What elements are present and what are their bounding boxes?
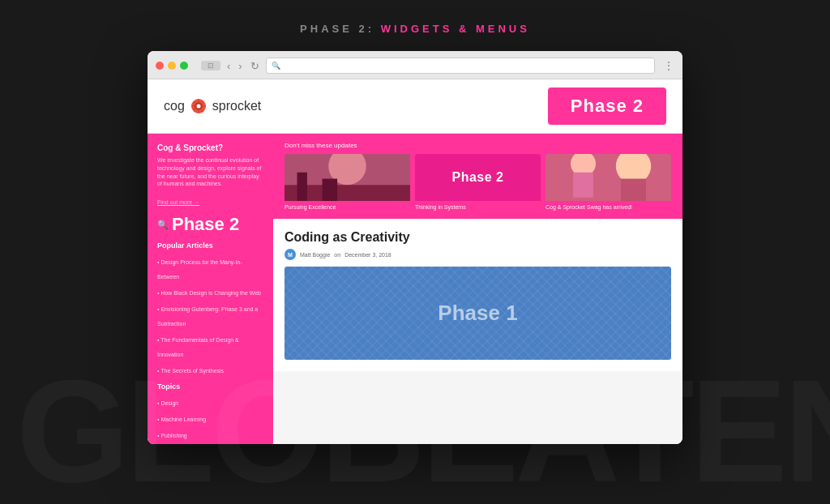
article-link-3[interactable]: Envisioning Gutenberg: Phase 3 and a Sub… [157, 306, 258, 327]
sidebar-find-more-link[interactable]: Find out more → [157, 199, 199, 205]
list-item: Gutenberg [157, 442, 263, 444]
list-item: How Black Design is Changing the Web [157, 284, 263, 298]
list-item: Envisioning Gutenberg: Phase 3 and a Sub… [157, 300, 263, 329]
phase2-header-badge: Phase 2 [548, 88, 666, 125]
article-link-5[interactable]: The Secrets of Synthesis [157, 368, 224, 374]
browser-chrome: ⊡ ‹ › ↻ 🔍 ⋮ [148, 51, 682, 79]
browser-menu-button[interactable]: ⋮ [663, 59, 674, 72]
address-search-icon: 🔍 [272, 62, 280, 70]
list-item: The Fundamentals of Design & Innovation [157, 331, 263, 360]
svg-rect-3 [198, 99, 199, 102]
list-item: Publishing [157, 426, 263, 441]
topics-title: Topics [157, 382, 263, 391]
sidebar-about-desc: We investigate the continual evolution o… [157, 156, 263, 188]
featured-post-3[interactable]: Cog & Sprocket Swag has arrived! [545, 154, 671, 211]
logo-sprocket-text: sprocket [212, 99, 261, 113]
featured-strip-label: Don't miss these updates [285, 142, 671, 149]
featured-post-img-3 [545, 154, 671, 201]
sidebar-magnifier-icon: 🔍 [157, 220, 169, 230]
topics-list: Design Machine Learning Publishing Guten… [157, 394, 263, 444]
page-heading: PHASE 2: WIDGETS & MENUS [0, 0, 830, 51]
featured-post-img-2: Phase 2 [415, 154, 541, 201]
site-header: cog sprocket Phase 2 [148, 79, 682, 134]
site-body: Cog & Sprocket? We investigate the conti… [148, 134, 682, 444]
heading-phase: PHASE 2: [300, 23, 374, 35]
featured-post-caption-3: Cog & Sprocket Swag has arrived! [545, 203, 671, 211]
article-image: Phase 1 [285, 267, 671, 360]
website-content: cog sprocket Phase 2 [148, 79, 682, 444]
forward-button[interactable]: › [237, 60, 243, 72]
svg-rect-6 [203, 105, 206, 107]
logo-cog-text: cog [164, 99, 185, 113]
article-link-2[interactable]: How Black Design is Changing the Web [157, 290, 261, 296]
svg-rect-18 [621, 179, 646, 201]
site-sidebar: Cog & Sprocket? We investigate the conti… [148, 134, 273, 444]
author-avatar: M [285, 249, 296, 260]
featured-post-2[interactable]: Phase 2 Thinking in Systems [415, 154, 541, 211]
browser-window: ⊡ ‹ › ↻ 🔍 ⋮ cog [148, 51, 682, 444]
list-item: Machine Learning [157, 410, 263, 425]
cog-sprocket-icon [190, 97, 208, 115]
topic-ml[interactable]: Machine Learning [157, 416, 206, 422]
article-link-4[interactable]: The Fundamentals of Design & Innovation [157, 337, 239, 357]
traffic-lights [156, 62, 188, 70]
topic-design[interactable]: Design [157, 400, 178, 406]
article-link-1[interactable]: Design Process for the Many-In-Between [157, 259, 242, 280]
site-logo: cog sprocket [164, 97, 261, 115]
svg-rect-16 [545, 154, 671, 201]
topic-publishing[interactable]: Publishing [157, 433, 187, 438]
site-main: Don't miss these updates [273, 134, 682, 444]
featured-post-caption-2: Thinking in Systems [415, 203, 541, 211]
window-resize-button[interactable]: ⊡ [201, 61, 220, 70]
article-area: Coding as Creativity M Matt Boggie on De… [273, 219, 682, 371]
article-meta: M Matt Boggie on December 3, 2018 [285, 249, 671, 260]
svg-rect-20 [573, 173, 593, 198]
traffic-light-minimize[interactable] [168, 62, 176, 70]
popular-articles-title: Popular Articles [157, 241, 263, 250]
traffic-light-close[interactable] [156, 62, 164, 70]
sidebar-phase-search: 🔍 Phase 2 [157, 214, 263, 235]
author-name: Matt Boggie [300, 252, 330, 258]
svg-rect-4 [198, 110, 199, 113]
list-item: Design [157, 394, 263, 408]
sidebar-about-title: Cog & Sprocket? [157, 143, 263, 152]
svg-point-2 [196, 105, 200, 109]
featured-post-caption-1: Pursuing Excellence [285, 203, 410, 211]
list-item: The Secrets of Synthesis [157, 361, 263, 376]
sidebar-phase2-label: Phase 2 [172, 214, 239, 235]
featured-post-img-1 [285, 154, 410, 201]
back-button[interactable]: ‹ [225, 60, 232, 72]
article-image-text: Phase 1 [438, 301, 517, 326]
featured-strip: Don't miss these updates [273, 134, 682, 219]
article-date: December 3, 2018 [344, 252, 391, 258]
svg-rect-14 [297, 173, 307, 201]
heading-subtitle: WIDGETS & MENUS [381, 23, 530, 35]
popular-articles-list: Design Process for the Many-In-Between H… [157, 253, 263, 376]
list-item: Design Process for the Many-In-Between [157, 253, 263, 282]
featured-post-1[interactable]: Pursuing Excellence [285, 154, 410, 211]
svg-rect-15 [323, 179, 338, 201]
traffic-light-maximize[interactable] [180, 62, 188, 70]
article-date-separator: on [334, 252, 340, 258]
address-bar[interactable]: 🔍 [266, 58, 655, 74]
refresh-button[interactable]: ↻ [249, 60, 261, 72]
svg-rect-5 [191, 105, 195, 107]
article-title: Coding as Creativity [285, 230, 671, 245]
featured-posts-container: Pursuing Excellence Phase 2 Thinking in … [285, 154, 671, 211]
